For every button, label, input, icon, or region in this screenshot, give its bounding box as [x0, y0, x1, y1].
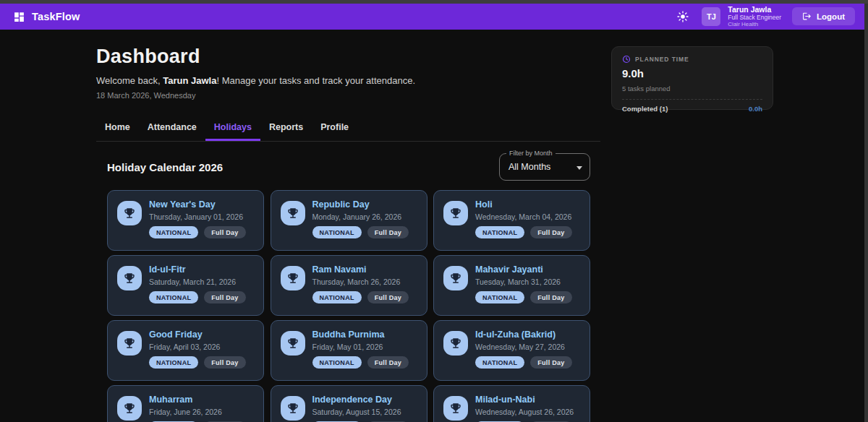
holiday-date: Friday, June 26, 2026 — [149, 408, 246, 416]
logout-button[interactable]: Logout — [792, 7, 855, 25]
holiday-card: New Year's Day Thursday, January 01, 202… — [107, 190, 264, 251]
holiday-card: Mahavir Jayanti Tuesday, March 31, 2026 … — [433, 255, 590, 316]
holiday-card: Ram Navami Thursday, March 26, 2026 NATI… — [271, 255, 427, 316]
user-avatar[interactable]: TJ — [702, 7, 720, 26]
full-day-badge: Full Day — [530, 356, 571, 369]
window-top-edge — [0, 0, 868, 4]
month-filter-label: Filter by Month — [506, 150, 556, 157]
national-badge: NATIONAL — [149, 356, 198, 369]
holiday-card: Holi Wednesday, March 04, 2026 NATIONAL … — [433, 190, 590, 251]
user-role: Full Stack Engineer — [728, 14, 781, 22]
holiday-date: Friday, April 03, 2026 — [149, 343, 246, 351]
national-badge: NATIONAL — [312, 356, 362, 369]
completed-hours: 0.0h — [749, 105, 762, 113]
national-badge: NATIONAL — [475, 291, 524, 303]
month-filter-select[interactable]: Filter by Month All Months — [499, 153, 590, 181]
full-day-badge: Full Day — [204, 291, 245, 303]
national-badge: NATIONAL — [475, 356, 524, 369]
holiday-date: Wednesday, May 27, 2026 — [475, 343, 572, 351]
full-day-badge: Full Day — [367, 226, 409, 238]
trophy-icon — [281, 331, 305, 356]
logout-label: Logout — [817, 12, 845, 21]
holiday-date: Wednesday, March 04, 2026 — [475, 212, 572, 221]
trophy-icon — [443, 201, 468, 225]
chevron-down-icon — [576, 166, 582, 170]
full-day-badge: Full Day — [530, 226, 571, 238]
holiday-card: Id-ul-Fitr Saturday, March 21, 2026 NATI… — [107, 255, 264, 316]
user-info: Tarun Jawla Full Stack Engineer Clair He… — [728, 5, 781, 27]
holiday-name: Holi — [475, 199, 572, 210]
trophy-icon — [281, 201, 305, 225]
holiday-card: Id-ul-Zuha (Bakrid) Wednesday, May 27, 2… — [433, 320, 590, 381]
tab-reports[interactable]: Reports — [260, 115, 312, 141]
planned-hours: 9.0h — [622, 67, 762, 79]
full-day-badge: Full Day — [530, 291, 571, 303]
holiday-card: Milad-un-Nabi Wednesday, August 26, 2026… — [433, 385, 590, 422]
logout-icon — [802, 12, 812, 21]
trophy-icon — [443, 396, 468, 421]
holiday-name: Milad-un-Nabi — [475, 395, 574, 405]
holiday-card: Good Friday Friday, April 03, 2026 NATIO… — [107, 320, 264, 381]
tab-home[interactable]: Home — [96, 115, 139, 141]
holiday-name: Independence Day — [312, 395, 409, 405]
trophy-icon — [117, 331, 142, 356]
holiday-date: Wednesday, August 26, 2026 — [475, 408, 574, 416]
dashboard-grid-icon — [13, 11, 25, 23]
app-logo[interactable]: TaskFlow — [13, 11, 80, 23]
divider — [622, 99, 762, 100]
nav-tabs: Home Attendance Holidays Reports Profile — [96, 115, 600, 142]
planned-time-label: PLANNED TIME — [635, 56, 689, 63]
holiday-panel: Holiday Calendar 2026 Filter by Month Al… — [107, 153, 590, 422]
planned-time-card: PLANNED TIME 9.0h 5 tasks planned Comple… — [611, 46, 773, 110]
holiday-date: Monday, January 26, 2026 — [312, 212, 409, 221]
holiday-name: Mahavir Jayanti — [475, 264, 572, 275]
trophy-icon — [443, 266, 468, 290]
holiday-date: Thursday, January 01, 2026 — [149, 212, 246, 221]
holiday-name: Buddha Purnima — [312, 330, 409, 340]
national-badge: NATIONAL — [312, 226, 362, 238]
holiday-name: Muharram — [149, 395, 246, 405]
scrollbar-track[interactable] — [864, 0, 868, 422]
national-badge: NATIONAL — [149, 226, 198, 238]
theme-toggle-button[interactable] — [675, 9, 691, 25]
welcome-user-name: Tarun Jawla — [163, 75, 216, 86]
main-content: Dashboard Welcome back, Tarun Jawla! Man… — [96, 46, 600, 422]
holiday-cards-grid: New Year's Day Thursday, January 01, 202… — [107, 190, 590, 422]
holiday-date: Saturday, March 21, 2026 — [149, 277, 246, 286]
trophy-icon — [443, 331, 468, 356]
current-date: 18 March 2026, Wednesday — [96, 91, 600, 100]
app-screen: TaskFlow TJ Tarun Jawla Full Stack Engin… — [0, 0, 868, 422]
holiday-name: Ram Navami — [312, 264, 409, 275]
welcome-text: Welcome back, Tarun Jawla! Manage your t… — [96, 75, 600, 86]
holiday-card: Independence Day Saturday, August 15, 20… — [271, 385, 427, 422]
national-badge: NATIONAL — [312, 291, 362, 303]
user-company: Clair Health — [728, 21, 781, 27]
trophy-icon — [117, 201, 142, 225]
national-badge: NATIONAL — [149, 291, 198, 303]
holiday-name: Id-ul-Zuha (Bakrid) — [475, 330, 572, 340]
full-day-badge: Full Day — [367, 356, 409, 369]
holiday-date: Saturday, August 15, 2026 — [312, 408, 409, 416]
trophy-icon — [117, 396, 142, 421]
full-day-badge: Full Day — [204, 356, 245, 369]
holiday-date: Thursday, March 26, 2026 — [312, 277, 409, 286]
trophy-icon — [281, 266, 305, 290]
app-header: TaskFlow TJ Tarun Jawla Full Stack Engin… — [0, 4, 868, 30]
holiday-card: Republic Day Monday, January 26, 2026 NA… — [271, 190, 427, 251]
tab-holidays[interactable]: Holidays — [205, 115, 260, 141]
holiday-date: Tuesday, March 31, 2026 — [475, 277, 572, 286]
full-day-badge: Full Day — [204, 226, 245, 238]
holiday-name: Republic Day — [312, 199, 409, 210]
completed-label: Completed (1) — [622, 105, 668, 113]
holiday-calendar-title: Holiday Calendar 2026 — [107, 161, 223, 173]
full-day-badge: Full Day — [367, 291, 409, 303]
holiday-name: Good Friday — [149, 330, 246, 340]
tab-profile[interactable]: Profile — [312, 115, 357, 141]
trophy-icon — [281, 396, 305, 421]
national-badge: NATIONAL — [475, 226, 524, 238]
tab-attendance[interactable]: Attendance — [139, 115, 205, 141]
clock-icon — [622, 55, 631, 64]
planned-tasks-count: 5 tasks planned — [622, 85, 762, 92]
user-name: Tarun Jawla — [728, 5, 781, 14]
holiday-card: Muharram Friday, June 26, 2026 NATIONAL … — [107, 385, 264, 422]
